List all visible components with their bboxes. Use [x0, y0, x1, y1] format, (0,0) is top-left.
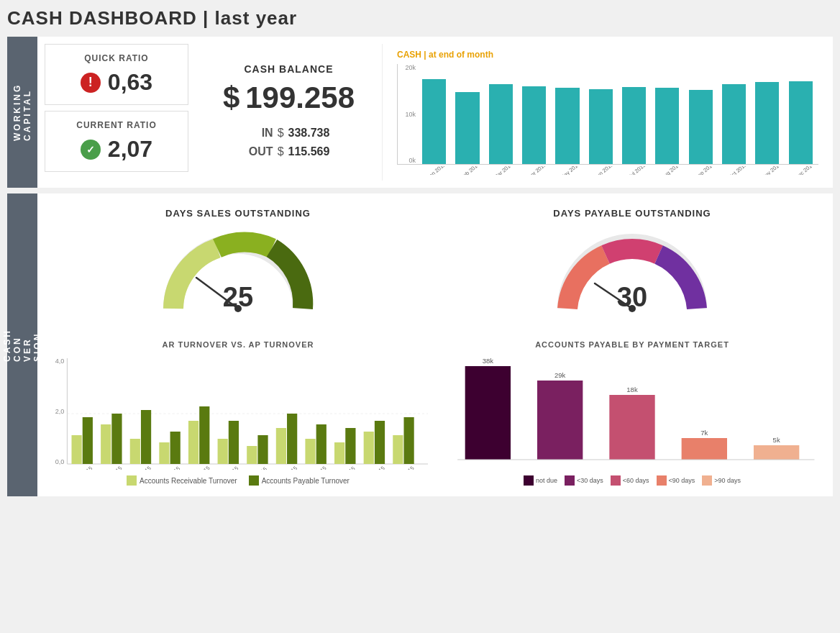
svg-rect-25 — [257, 435, 268, 464]
ap-legend-30: <30 days — [565, 475, 603, 486]
cash-balance-section: CASH BALANCE $ 199.258 IN $ 338.738 OUT … — [196, 44, 383, 181]
svg-rect-27 — [287, 414, 297, 464]
cash-bar — [586, 64, 616, 164]
cash-bar — [652, 64, 682, 164]
current-ratio-title: CURRENT RATIO — [57, 120, 176, 130]
quick-ratio-value: 0,63 — [108, 69, 152, 96]
ap-legend-not-due: not due — [524, 475, 557, 486]
svg-text:5k: 5k — [773, 437, 780, 444]
cash-bar — [719, 64, 749, 164]
days-sales-outstanding-section: DAYS SALES OUTSTANDING — [45, 201, 432, 329]
legend-ap: Accounts Payable Turnover — [249, 475, 350, 486]
cash-bar-rect — [755, 82, 779, 164]
30-days-color — [565, 475, 575, 486]
svg-rect-12 — [71, 435, 81, 464]
cash-bar-rect — [489, 84, 513, 164]
cash-bar — [419, 64, 449, 164]
quick-ratio-value-row: ! 0,63 — [57, 69, 176, 96]
svg-text:Jun 2015: Jun 2015 — [219, 465, 240, 470]
svg-text:Aug 2015: Aug 2015 — [276, 465, 298, 470]
ar-ap-legend: Accounts Receivable Turnover Accounts Pa… — [48, 475, 428, 486]
svg-rect-28 — [305, 439, 315, 464]
dpo-gauge: 30 — [553, 226, 711, 322]
ar-ap-turnover-section: AR TURNOVER VS. AP TURNOVER 4,0 2,0 0,0 — [45, 337, 432, 489]
page-title: CASH DASHBOARD | last year — [7, 7, 833, 29]
cash-chart-title: CASH | at end of month — [397, 50, 818, 60]
svg-text:Nov 2015: Nov 2015 — [364, 465, 386, 470]
quick-ratio-box: QUICK RATIO ! 0,63 — [45, 44, 188, 105]
cash-bar-rect — [422, 79, 446, 164]
cash-chart-section: CASH | at end of month 20k 10k 0k Jan 20… — [390, 44, 826, 181]
svg-text:May 2015: May 2015 — [188, 465, 211, 470]
svg-rect-35 — [403, 417, 414, 464]
not-due-color — [524, 475, 534, 486]
current-ratio-icon: ✓ — [81, 140, 101, 160]
cash-bar — [486, 64, 516, 164]
svg-rect-23 — [229, 421, 239, 464]
cash-balance-main: $ 199.258 — [210, 81, 368, 115]
working-capital-section: WORKINGCAPITAL QUICK RATIO ! 0,63 CURREN… — [7, 37, 833, 188]
cash-in-currency: $ — [278, 127, 284, 140]
svg-text:2,0: 2,0 — [55, 408, 65, 415]
svg-rect-51 — [537, 381, 583, 460]
cash-in-value: 338.738 — [288, 127, 330, 140]
cash-balance-currency: $ — [223, 81, 239, 115]
svg-rect-15 — [111, 414, 122, 464]
ar-legend-color — [127, 475, 137, 486]
svg-rect-22 — [218, 439, 228, 464]
quick-ratio-icon: ! — [81, 73, 101, 93]
svg-text:Dec 2015: Dec 2015 — [393, 465, 416, 470]
svg-rect-49 — [465, 366, 511, 460]
cash-out-currency: $ — [278, 145, 284, 158]
60-days-color — [611, 475, 621, 486]
svg-text:Apr 2015: Apr 2015 — [160, 465, 181, 470]
ar-legend-label: Accounts Receivable Turnover — [140, 477, 237, 485]
ap-legend-60: <60 days — [611, 475, 649, 486]
gauges-row: DAYS SALES OUTSTANDING — [45, 201, 826, 329]
svg-rect-21 — [199, 406, 209, 464]
accounts-payable-section: ACCOUNTS PAYABLE BY PAYMENT TARGET 38k 2… — [439, 337, 826, 489]
cash-out-label: OUT — [248, 145, 273, 158]
ap-legend-color — [249, 475, 259, 486]
current-ratio-box: CURRENT RATIO ✓ 2,07 — [45, 111, 188, 172]
cash-bar — [686, 64, 716, 164]
cash-in-label: IN — [248, 127, 273, 140]
ratio-column: QUICK RATIO ! 0,63 CURRENT RATIO ✓ 2,07 — [45, 44, 188, 181]
dso-title: DAYS SALES OUTSTANDING — [165, 208, 311, 219]
working-capital-label: WORKINGCAPITAL — [7, 37, 37, 188]
svg-text:Oct 2015: Oct 2015 — [335, 465, 356, 470]
svg-text:Mar 2015: Mar 2015 — [130, 465, 152, 470]
svg-rect-24 — [247, 446, 257, 464]
cash-bar-rect — [655, 88, 679, 164]
cash-balance-value: 199.258 — [245, 81, 355, 115]
cash-bar-rect — [789, 81, 813, 164]
cash-conversion-label: CASHCONVERSION — [7, 193, 37, 496]
bottom-charts-row: AR TURNOVER VS. AP TURNOVER 4,0 2,0 0,0 — [45, 337, 826, 489]
cash-bar-rect — [455, 92, 479, 164]
cash-bar-rect — [522, 86, 546, 164]
ap-legend-90: <90 days — [657, 475, 695, 486]
dpo-title: DAYS PAYABLE OUTSTANDING — [553, 208, 711, 219]
svg-text:30: 30 — [617, 282, 647, 312]
svg-rect-32 — [364, 432, 374, 464]
cash-bar-rect — [689, 90, 713, 164]
cash-bar-rect — [555, 88, 579, 164]
cash-out-value: 115.569 — [288, 145, 330, 158]
90-days-color — [657, 475, 667, 486]
cash-in-row: IN $ 338.738 — [210, 127, 368, 140]
svg-rect-17 — [141, 410, 151, 464]
svg-rect-29 — [316, 424, 327, 464]
legend-ar: Accounts Receivable Turnover — [127, 475, 237, 486]
cash-bar-rect — [589, 89, 613, 164]
svg-text:Jan 2015: Jan 2015 — [72, 465, 93, 470]
svg-rect-20 — [188, 421, 198, 464]
ap-payment-chart-area: 38k 29k 18k 7k — [442, 355, 822, 470]
main-layout: WORKINGCAPITAL QUICK RATIO ! 0,63 CURREN… — [7, 37, 833, 496]
working-capital-content: QUICK RATIO ! 0,63 CURRENT RATIO ✓ 2,07 — [37, 37, 833, 188]
cash-conversion-section: CASHCONVERSION DAYS SALES OUTSTANDING — [7, 193, 833, 496]
svg-rect-14 — [101, 424, 111, 464]
cash-bar — [786, 64, 816, 164]
svg-text:25: 25 — [223, 282, 253, 312]
svg-text:4,0: 4,0 — [55, 358, 65, 365]
svg-text:38k: 38k — [483, 358, 494, 365]
